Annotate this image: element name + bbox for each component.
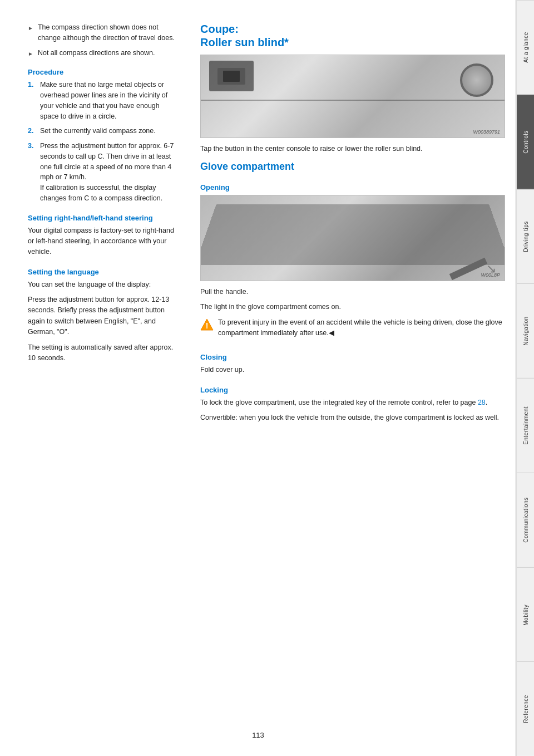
glove-compartment-image: ↘ W00L8P	[200, 195, 505, 281]
opening-line1: Pull the handle.	[200, 287, 505, 297]
opening-line2: The light in the glove compartment comes…	[200, 302, 505, 312]
coupe-title: Coupe: Roller sun blind*	[200, 22, 505, 49]
locking-body2: Convertible: when you lock the vehicle f…	[200, 413, 505, 423]
bullet-arrow-2: ►	[28, 50, 33, 58]
coupe-section: Coupe: Roller sun blind* W0	[200, 22, 505, 154]
svg-text:!: !	[206, 321, 209, 330]
setting-language-body1: You can set the language of the display:	[28, 279, 178, 290]
sidebar-tab-entertainment[interactable]: Entertainment	[517, 378, 534, 473]
coupe-description: Tap the button in the center console to …	[200, 144, 505, 154]
sidebar-tab-mobility[interactable]: Mobility	[517, 567, 534, 662]
roller-sun-blind-image: W00389791	[200, 55, 505, 138]
sidebar-tab-at-a-glance[interactable]: At a glance	[517, 0, 534, 95]
step-3: 3. Press the adjustment button for appro…	[28, 141, 178, 204]
bullet-item-1: ► The compass direction shown does not c…	[28, 22, 178, 43]
page-number-container: 113	[0, 731, 516, 739]
sidebar-tab-navigation[interactable]: Navigation	[517, 283, 534, 378]
glove-compartment-section: Glove compartment Opening ↘ W00L8P Pull …	[200, 161, 505, 423]
page-number: 113	[252, 731, 264, 739]
setting-language-body2: Press the adjustment button for approx. …	[28, 294, 178, 338]
locking-heading: Locking	[200, 386, 505, 394]
setting-language-body3: The setting is automatically saved after…	[28, 342, 178, 364]
bullet-arrow-1: ►	[28, 24, 33, 43]
right-column: Coupe: Roller sun blind* W0	[189, 22, 516, 734]
closing-body: Fold cover up.	[200, 365, 505, 375]
sidebar-tab-reference[interactable]: Reference	[517, 661, 534, 756]
sidebar: At a glance Controls Driving tips Naviga…	[516, 0, 534, 756]
right-hand-steering-heading: Setting right-hand/left-hand steering	[28, 214, 178, 222]
glove-title: Glove compartment	[200, 161, 505, 173]
bullet-item-2: ► Not all compass directions are shown.	[28, 48, 178, 58]
closing-heading: Closing	[200, 353, 505, 361]
step-2: 2. Set the currently valid compass zone.	[28, 126, 178, 136]
right-hand-steering-body: Your digital compass is factory-set to r…	[28, 225, 178, 258]
page-link[interactable]: 28	[478, 399, 486, 406]
warning-icon: !	[200, 318, 214, 334]
procedure-heading: Procedure	[28, 68, 178, 76]
setting-language-heading: Setting the language	[28, 268, 178, 276]
left-column: ► The compass direction shown does not c…	[0, 22, 189, 734]
locking-body1: To lock the glove compartment, use the i…	[200, 397, 505, 408]
sidebar-tab-communications[interactable]: Communications	[517, 473, 534, 567]
sidebar-tab-driving-tips[interactable]: Driving tips	[517, 189, 534, 284]
sidebar-tab-controls[interactable]: Controls	[517, 95, 534, 189]
warning-box: ! To prevent injury in the event of an a…	[200, 317, 505, 343]
step-1: 1. Make sure that no large metal objects…	[28, 80, 178, 121]
warning-text: To prevent injury in the event of an acc…	[218, 317, 505, 339]
opening-heading: Opening	[200, 183, 505, 192]
